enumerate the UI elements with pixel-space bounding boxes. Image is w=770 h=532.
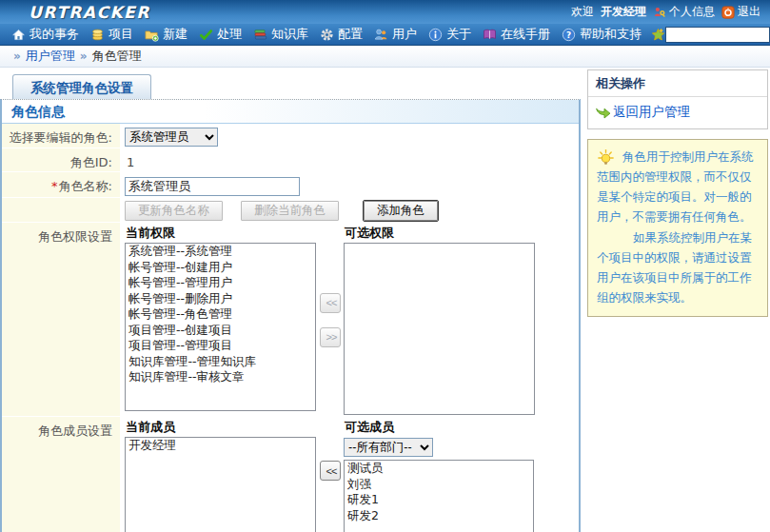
home-icon — [11, 28, 26, 42]
help-question-icon: ? — [562, 28, 576, 42]
back-to-user-management-link[interactable]: 返回用户管理 — [613, 104, 690, 121]
breadcrumb-separator: » — [80, 49, 88, 63]
permission-item[interactable]: 项目管理--管理项目 — [126, 338, 315, 354]
nav-label: 关于 — [446, 26, 471, 43]
person-key-icon — [653, 6, 666, 19]
logout-label: 退出 — [738, 4, 760, 20]
nav-label: 知识库 — [271, 26, 308, 43]
member-item[interactable]: 开发经理 — [126, 438, 315, 454]
empty-label — [2, 198, 122, 223]
role-id-label: 角色ID: — [2, 148, 122, 172]
tip-box: 角色用于控制用户在系统范围内的管理权限，而不仅仅是某个特定的项目。对一般的用户，… — [587, 139, 768, 317]
permission-item[interactable]: 帐号管理--创建用户 — [126, 260, 315, 276]
nav-item-my-tasks[interactable]: 我的事务 — [6, 26, 85, 43]
svg-text:?: ? — [566, 30, 571, 39]
available-permissions-listbox[interactable] — [344, 243, 535, 415]
related-actions-panel: 相关操作 返回用户管理 — [587, 69, 768, 129]
top-bar-right: 欢迎 开发经理 个人信息 退出 — [571, 4, 770, 20]
permissions-move-right-button[interactable]: >> — [320, 327, 341, 347]
permission-item[interactable]: 系统管理--系统管理 — [126, 244, 315, 260]
delete-role-button[interactable]: 删除当前角色 — [241, 201, 339, 221]
row-role-name: *角色名称: — [2, 172, 579, 198]
current-members-listbox[interactable]: 开发经理 — [125, 437, 316, 532]
row-role-select: 选择要编辑的角色: 系统管理员 — [2, 124, 579, 148]
nav-label: 配置 — [338, 26, 363, 43]
permission-item[interactable]: 帐号管理--删除用户 — [126, 291, 315, 307]
nav-label: 帮助和支持 — [580, 26, 642, 43]
member-item[interactable]: 研发1 — [345, 492, 533, 508]
permission-item[interactable]: 帐号管理--管理用户 — [126, 275, 315, 291]
logout-icon — [721, 6, 735, 19]
sidebar: 相关操作 返回用户管理 角色用于控制用户在系统范围内的管理权限，而不仅仅是某个特… — [587, 69, 768, 317]
available-members-listbox[interactable]: 测试员 刘强 研发1 研发2 — [344, 460, 534, 532]
users-icon — [374, 28, 388, 42]
search-input[interactable] — [665, 27, 770, 43]
lightbulb-icon — [597, 148, 615, 167]
permission-item[interactable]: 知识库管理--审核文章 — [126, 369, 315, 385]
permissions-move-left-button[interactable]: << — [320, 293, 341, 313]
department-filter-dropdown[interactable]: --所有部门-- — [344, 438, 433, 457]
members-move-left-button[interactable]: << — [320, 461, 341, 481]
member-item[interactable]: 测试员 — [345, 461, 533, 477]
current-members-header: 当前成员 — [126, 419, 316, 437]
nav-item-users[interactable]: 用户 — [368, 26, 423, 43]
profile-link[interactable]: 个人信息 — [653, 4, 715, 20]
row-role-members: 角色成员设置 当前成员 开发经理 << 可选成员 --所有部门-- — [2, 417, 579, 532]
nav-item-knowledge[interactable]: 知识库 — [247, 26, 314, 43]
required-mark: * — [51, 179, 58, 193]
row-role-permissions: 角色权限设置 当前权限 系统管理--系统管理 帐号管理--创建用户 帐号管理--… — [2, 223, 579, 417]
nav-item-manual[interactable]: 在线手册 — [477, 26, 556, 43]
row-role-id: 角色ID: 1 — [2, 148, 579, 172]
top-bar: URTRACKER 欢迎 开发经理 个人信息 退出 — [0, 0, 770, 24]
current-permissions-listbox[interactable]: 系统管理--系统管理 帐号管理--创建用户 帐号管理--管理用户 帐号管理--删… — [125, 243, 316, 411]
manual-book-icon — [483, 28, 497, 42]
tab-system-role-settings[interactable]: 系统管理角色设置 — [12, 74, 151, 99]
role-id-value: 1 — [125, 150, 134, 169]
tip-paragraph-1: 角色用于控制用户在系统范围内的管理权限，而不仅仅是某个特定的项目。对一般的用户，… — [597, 149, 754, 224]
new-icon — [145, 28, 159, 42]
about-info-icon — [428, 28, 443, 42]
role-select-label: 选择要编辑的角色: — [2, 124, 122, 148]
role-select-dropdown[interactable]: 系统管理员 — [125, 128, 218, 147]
update-role-name-button[interactable]: 更新角色名称 — [125, 201, 223, 221]
member-item[interactable]: 刘强 — [345, 477, 533, 493]
nav-item-about[interactable]: 关于 — [423, 26, 477, 43]
panel-title: 角色信息 — [2, 100, 579, 124]
permission-item[interactable]: 帐号管理--角色管理 — [126, 306, 315, 323]
process-check-icon — [199, 28, 213, 42]
nav-item-projects[interactable]: 项目 — [85, 26, 139, 43]
nav-label: 处理 — [217, 26, 242, 43]
nav-label: 新建 — [163, 26, 188, 43]
nav-label: 项目 — [109, 26, 133, 43]
nav-item-config[interactable]: 配置 — [314, 26, 368, 43]
breadcrumb-user-management[interactable]: 用户管理 — [26, 48, 75, 65]
permission-item[interactable]: 知识库管理--管理知识库 — [126, 354, 315, 370]
config-gear-icon — [320, 28, 334, 42]
breadcrumb-role-management: 角色管理 — [92, 48, 142, 65]
nav-item-process[interactable]: 处理 — [193, 26, 247, 43]
urtracker-app: URTRACKER 欢迎 开发经理 个人信息 退出 我的事务 项目 新建 — [0, 0, 770, 532]
nav-search-group: 查看 — [665, 25, 770, 44]
knowledge-books-icon — [253, 28, 267, 42]
current-username: 开发经理 — [601, 4, 646, 20]
role-members-label: 角色成员设置 — [2, 417, 122, 532]
profile-label: 个人信息 — [669, 4, 715, 20]
role-name-label: *角色名称: — [2, 172, 122, 198]
tip-paragraph-2: 如果系统控制用户在某个项目中的权限，请通过设置用户在该项目中所属于的工作组的权限… — [597, 227, 759, 307]
favorite-star-icon[interactable] — [651, 28, 665, 42]
member-item[interactable]: 研发2 — [345, 508, 533, 524]
breadcrumb-separator: » — [13, 49, 21, 63]
nav-item-help[interactable]: ? 帮助和支持 — [556, 26, 647, 43]
related-actions-title: 相关操作 — [588, 70, 767, 97]
add-role-button[interactable]: 添加角色 — [364, 201, 438, 221]
role-permissions-label: 角色权限设置 — [2, 223, 122, 417]
permission-item[interactable]: 项目管理--创建项目 — [126, 323, 315, 339]
nav-item-new[interactable]: 新建 — [139, 26, 193, 43]
role-name-input[interactable] — [125, 177, 300, 196]
logout-link[interactable]: 退出 — [721, 4, 760, 20]
breadcrumb: » 用户管理 » 角色管理 — [0, 46, 770, 68]
current-permissions-header: 当前权限 — [126, 225, 316, 243]
row-role-buttons: 更新角色名称 删除当前角色 添加角色 — [2, 198, 579, 223]
app-logo[interactable]: URTRACKER — [29, 3, 150, 22]
role-info-panel: 角色信息 选择要编辑的角色: 系统管理员 角色ID: 1 *角色名称: — [0, 99, 581, 532]
